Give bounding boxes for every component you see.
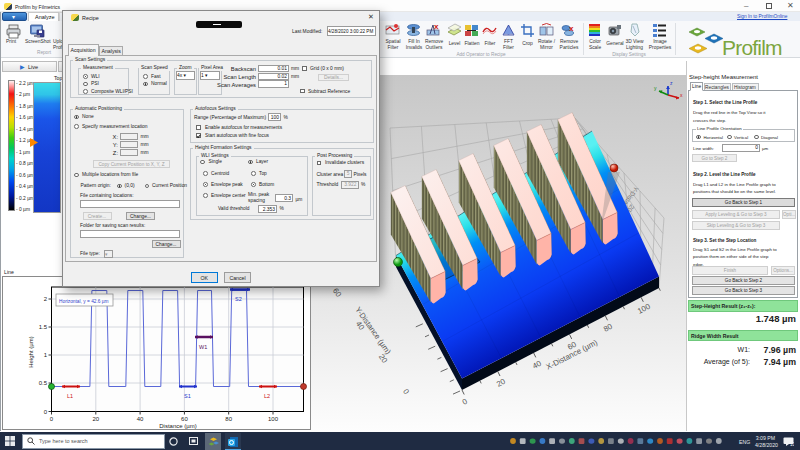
svg-text:10: 10	[790, 442, 794, 446]
